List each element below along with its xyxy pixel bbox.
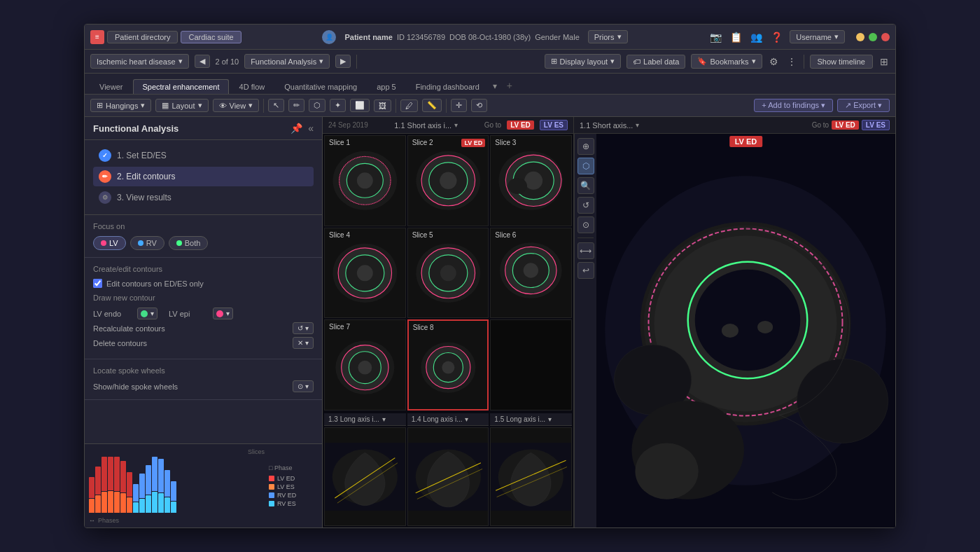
chevron-down-icon: ▾ <box>878 101 882 109</box>
draw-tool[interactable]: ✏ <box>288 99 304 112</box>
edit-checkbox[interactable] <box>93 279 102 288</box>
rotate-tool[interactable]: ⟲ <box>471 99 487 112</box>
tab-quantitative[interactable]: Quantitative mapping <box>275 79 366 94</box>
step-3[interactable]: ⚙ 3. View results <box>93 188 314 207</box>
lv-endo-select[interactable]: ▾ <box>137 308 158 319</box>
right-lves-badge[interactable]: LV ES <box>862 120 890 130</box>
maximize-btn[interactable] <box>869 33 877 41</box>
measure-tool[interactable]: 📏 <box>422 99 442 112</box>
username-btn[interactable]: Username ▾ <box>790 30 845 43</box>
collapse-icon[interactable]: « <box>308 123 314 134</box>
title-bar-left: ≡ Patient directory Cardiac suite <box>90 30 241 44</box>
hangings-btn[interactable]: ⊞ Hangings ▾ <box>90 99 151 112</box>
tab-finding[interactable]: Finding dashboard <box>407 79 489 94</box>
slice-4-cell[interactable]: Slice 4 <box>324 228 406 319</box>
pin-icon[interactable]: 📌 <box>290 123 302 134</box>
focus-rv-btn[interactable]: RV <box>130 236 164 250</box>
focus-lv-btn[interactable]: LV <box>93 236 126 250</box>
contour-tool[interactable]: ⬡ <box>309 99 326 112</box>
chevron-down-icon: ▾ <box>834 32 839 41</box>
camera-icon[interactable]: 📷 <box>708 30 723 44</box>
prev-study-btn[interactable]: ◀ <box>195 55 210 68</box>
zoom-tool[interactable]: 🔍 <box>578 177 594 194</box>
erase-tool[interactable]: ⬜ <box>350 99 370 112</box>
slice-8-cell[interactable]: Slice 8 <box>407 319 489 410</box>
magic-tool[interactable]: ✦ <box>330 99 346 112</box>
right-lved-badge[interactable]: LV ED <box>832 120 859 130</box>
tab-viewer[interactable]: Viewer <box>90 79 132 94</box>
lves-badge[interactable]: LV ES <box>540 120 568 130</box>
focus-both-btn[interactable]: Both <box>169 236 209 250</box>
slice-7-cell[interactable]: Slice 7 <box>324 319 406 410</box>
spoke-tool[interactable]: ⊙ <box>578 216 594 233</box>
pen-tool[interactable]: 🖊 <box>400 99 418 112</box>
report-icon[interactable]: 📋 <box>729 30 743 44</box>
show-timeline-btn[interactable]: Show timeline <box>810 55 873 69</box>
image-tool[interactable]: 🖼 <box>374 99 391 112</box>
cursor-tool[interactable]: ↖ <box>268 99 284 112</box>
measure-right[interactable]: ⟷ <box>578 242 594 259</box>
tab-4dflow[interactable]: 4D flow <box>230 79 274 94</box>
plus-icon: + <box>762 101 766 109</box>
view-btn[interactable]: 👁 View ▾ <box>213 99 260 112</box>
close-btn[interactable] <box>881 33 890 41</box>
contour-tool-right[interactable]: ⬡ <box>578 158 594 174</box>
export-btn[interactable]: ↗ Export ▾ <box>837 99 890 112</box>
add-tab-btn[interactable]: + <box>501 77 518 94</box>
delete-btn[interactable]: ✕ ▾ <box>293 337 314 349</box>
right-panel: 1.1 Short axis... ▾ Go to LV ED LV ES ⊕ … <box>573 117 895 527</box>
series-1-title: 1.3 Long axis i... <box>328 415 379 423</box>
more-icon[interactable]: ⋮ <box>785 55 798 69</box>
chart-legend: □ Phase LV ED LV ES RV ED <box>269 448 318 523</box>
patient-directory-btn[interactable]: Patient directory <box>107 31 178 43</box>
pan-tool[interactable]: ↺ <box>578 197 594 214</box>
goto-label: Go to <box>484 121 501 129</box>
step-2[interactable]: ✏ 2. Edit contours <box>93 167 314 186</box>
cardiac-suite-btn[interactable]: Cardiac suite <box>181 31 241 43</box>
help-icon[interactable]: ❓ <box>769 30 784 44</box>
next-study-btn[interactable]: ▶ <box>335 55 351 68</box>
bottom-cell-1[interactable] <box>324 427 406 526</box>
bookmarks-btn[interactable]: 🔖 Bookmarks ▾ <box>691 54 762 69</box>
slice-5-cell[interactable]: Slice 5 <box>407 228 489 319</box>
add-to-findings-btn[interactable]: + Add to findings ▾ <box>754 99 833 112</box>
study-name-dropdown[interactable]: Functional Analysis ▾ <box>244 54 330 69</box>
series-2-chevron: ▾ <box>465 415 468 423</box>
priors-btn[interactable]: Priors ▾ <box>588 30 628 43</box>
right-main-image[interactable]: LV ED <box>596 134 895 527</box>
grid-view-icon[interactable]: ⊞ <box>878 55 890 69</box>
bottom-cell-3[interactable] <box>490 427 572 526</box>
crosshair-tool[interactable]: ⊕ <box>578 138 594 155</box>
step-1[interactable]: ✓ 1. Set ED/ES <box>93 146 314 165</box>
toolbar-divider <box>356 55 357 69</box>
slice-1-cell[interactable]: Slice 1 <box>324 135 406 226</box>
slice-3-cell[interactable]: Slice 3 <box>490 135 572 226</box>
recalculate-btn[interactable]: ↺ ▾ <box>293 322 314 334</box>
right-viewer-area: ⊕ ⬡ 🔍 ↺ ⊙ ⟷ ↩ LV ED <box>574 134 895 527</box>
minimize-btn[interactable] <box>856 33 864 41</box>
layout-btn[interactable]: ▦ Layout ▾ <box>155 99 208 112</box>
bottom-cell-2[interactable] <box>407 427 489 526</box>
tab-app5[interactable]: app 5 <box>368 79 405 94</box>
svg-point-38 <box>358 361 372 375</box>
lv-epi-select[interactable]: ▾ <box>213 308 233 319</box>
condition-dropdown[interactable]: Ischemic heart disease ▾ <box>90 54 189 69</box>
bottom-series-1-header: 1.3 Long axis i... ▾ <box>324 413 406 426</box>
lved-badge[interactable]: LV ED <box>507 120 534 130</box>
panel-header: Functional Analysis 📌 « <box>85 117 322 140</box>
tab-spectral[interactable]: Spectral enhancement <box>133 79 228 94</box>
crosshair-tool[interactable]: ✛ <box>451 99 467 112</box>
slice-2-cell[interactable]: Slice 2 LV ED <box>407 135 489 226</box>
back-tool[interactable]: ↩ <box>578 262 594 279</box>
show-hide-btn[interactable]: ⊙ ▾ <box>293 380 314 392</box>
lv-epi-label: LV epi <box>169 310 207 318</box>
user-settings-icon[interactable]: 👥 <box>749 30 764 44</box>
app-icon: ≡ <box>90 30 104 44</box>
patient-gender: Gender Male <box>535 33 580 41</box>
display-layout-btn[interactable]: ⊞ Display layout ▾ <box>545 54 621 69</box>
svg-point-18 <box>508 178 528 194</box>
slice-6-cell[interactable]: Slice 6 <box>490 228 572 319</box>
label-data-btn[interactable]: 🏷 Label data <box>626 55 685 69</box>
svg-point-63 <box>757 321 773 333</box>
settings-icon[interactable]: ⚙ <box>768 55 780 69</box>
